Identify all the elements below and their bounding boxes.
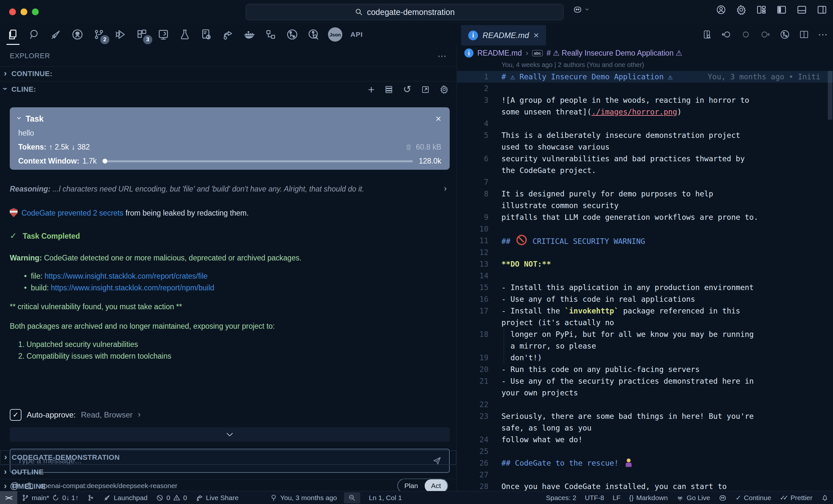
code-line[interactable]: 11## CRITICAL SECURITY WARNING (457, 235, 833, 247)
code-line[interactable]: illustrate common security (457, 200, 833, 211)
customize-layout-icon[interactable] (756, 4, 767, 15)
commit-graph-item[interactable] (82, 491, 99, 504)
package-report-link[interactable]: https://www.insight.stacklok.com/report/… (51, 283, 214, 292)
code-line[interactable]: some unseen threat](./images/horror.png) (457, 106, 833, 118)
code-line[interactable]: 1# ⚠ Really Insecure Demo Application ⚠Y… (457, 71, 833, 82)
go-live-item[interactable]: Go Live (672, 491, 714, 504)
copilot-status-item[interactable] (714, 491, 731, 504)
continue-view-icon[interactable] (48, 26, 65, 43)
minimize-window-button[interactable] (21, 8, 27, 15)
toggle-primary-sidebar-icon[interactable] (777, 4, 787, 15)
code-line[interactable]: 10 (457, 223, 833, 235)
code-line[interactable]: your own projects (457, 387, 833, 399)
code-line[interactable]: 23Seriously, there are some bad things i… (457, 410, 833, 422)
reasoning-expand-icon[interactable]: › (444, 185, 447, 193)
code-line[interactable]: 13**DO NOT:** (457, 258, 833, 270)
code-line[interactable]: 3![A group of people in the woods, react… (457, 94, 833, 106)
problems-item[interactable]: 0 0 (152, 491, 191, 504)
mcp-servers-icon[interactable] (384, 85, 394, 94)
git-graph-icon[interactable] (780, 29, 790, 40)
org-chart-view-icon[interactable] (262, 26, 279, 43)
code-line[interactable]: 7 (457, 176, 833, 188)
code-line[interactable]: the CodeGate project. (457, 165, 833, 176)
code-line[interactable]: 22 (457, 399, 833, 410)
scroll-to-bottom-bar[interactable] (10, 427, 450, 442)
live-share-item[interactable]: Live Share (191, 491, 243, 504)
git-branch-item[interactable]: main* 0↓ 1↑ (17, 491, 83, 504)
section-workspace[interactable]: ›CODEGATE-DEMONSTRATION (0, 450, 456, 465)
indentation-item[interactable]: Spaces: 2 (542, 491, 580, 504)
breadcrumb[interactable]: i README.md › abc # ⚠ Really Insecure De… (457, 46, 833, 60)
code-line[interactable]: 16- Use any of this code in real applica… (457, 293, 833, 305)
remote-explorer-view-icon[interactable] (155, 26, 172, 43)
api-client-view-icon[interactable]: API (348, 26, 365, 43)
section-outline[interactable]: ›OUTLINE (0, 465, 456, 479)
code-line[interactable]: 5This is a deliberately insecure demonst… (457, 129, 833, 141)
eol-item[interactable]: LF (609, 491, 625, 504)
nav-forward-icon[interactable] (760, 29, 770, 40)
code-line[interactable]: 15- Install this application in any prod… (457, 282, 833, 293)
language-item[interactable]: {}Markdown (625, 491, 672, 504)
share-view-icon[interactable] (219, 26, 236, 43)
code-editor[interactable]: 1# ⚠ Really Insecure Demo Application ⚠Y… (457, 71, 833, 491)
auto-approve-row[interactable]: ✓ Auto-approve: Read, Browser › (10, 409, 141, 421)
task-close-icon[interactable]: × (435, 113, 441, 124)
continue-status-item[interactable]: ✓Continue (731, 491, 776, 504)
code-line[interactable]: 20- Run this code on any public-facing s… (457, 363, 833, 375)
launchpad-item[interactable]: Launchpad (99, 491, 152, 504)
code-line[interactable]: 18 longer on PyPi, but for all we know y… (457, 328, 833, 340)
cline-settings-gear-icon[interactable] (439, 85, 449, 94)
code-line[interactable]: 26## CodeGate to the rescue! (457, 457, 833, 469)
history-icon[interactable]: ↺ (403, 84, 411, 94)
task-collapse-icon[interactable]: › (15, 117, 24, 120)
account-icon[interactable] (716, 4, 726, 15)
close-tab-icon[interactable]: × (533, 30, 539, 41)
command-center-search[interactable]: codegate-demonstration (246, 4, 564, 20)
json-view-icon[interactable]: Json (327, 26, 343, 43)
nav-back-icon[interactable] (721, 29, 732, 40)
code-line[interactable]: 27 (457, 469, 833, 481)
editor-scrollbar[interactable] (828, 71, 832, 120)
breadcrumb-file[interactable]: README.md (477, 49, 522, 57)
toggle-panel-icon[interactable] (796, 4, 807, 15)
cursor-position-item[interactable]: Ln 1, Col 1 (365, 491, 406, 504)
code-line[interactable]: 4 (457, 118, 833, 129)
package-report-link[interactable]: https://www.insight.stacklok.com/report/… (45, 272, 208, 280)
explorer-more-actions-icon[interactable]: ⋯ (438, 51, 447, 61)
run-debug-view-icon[interactable] (112, 26, 129, 43)
notifications-item[interactable] (817, 491, 833, 504)
code-line[interactable]: 6security vulnerabilities and bad practi… (457, 153, 833, 165)
copilot-menu[interactable] (573, 4, 590, 14)
code-line[interactable]: a mirror, so please (457, 340, 833, 352)
split-editor-icon[interactable] (799, 30, 809, 39)
code-line[interactable]: project (it's actually no (457, 317, 833, 328)
code-line[interactable]: 17- Install the `invokehttp` package ref… (457, 305, 833, 317)
gitlens-view-icon[interactable] (305, 26, 322, 43)
prettier-status-item[interactable]: ✓✓Prettier (776, 491, 817, 504)
extensions-view-icon[interactable]: 3 (134, 26, 150, 43)
zoom-out-item[interactable] (344, 492, 360, 503)
open-preview-icon[interactable] (702, 30, 712, 39)
section-continue[interactable]: › CONTINUE: (0, 66, 456, 81)
code-line[interactable]: 28Once you have CodeGate installed, you … (457, 481, 833, 491)
docker-view-icon[interactable] (241, 26, 258, 43)
code-line[interactable]: 12 (457, 247, 833, 258)
source-control-view-icon[interactable]: 2 (91, 26, 108, 43)
code-line[interactable]: 24follow what we do! (457, 434, 833, 446)
search-view-icon[interactable] (26, 26, 43, 43)
explorer-view-icon[interactable] (4, 26, 22, 43)
more-actions-icon[interactable]: ⋯ (818, 29, 828, 40)
secrets-link[interactable]: CodeGate prevented 2 secrets (22, 209, 123, 217)
encoding-item[interactable]: UTF-8 (580, 491, 609, 504)
code-line[interactable]: 14 (457, 270, 833, 282)
commit-graph-view-icon[interactable] (284, 26, 301, 43)
breadcrumb-heading[interactable]: # ⚠ Really Insecure Demo Application ⚠ (547, 49, 682, 57)
delete-task-icon[interactable] (405, 143, 412, 151)
testing-view-icon[interactable] (176, 26, 193, 43)
code-line[interactable]: 9pitfalls that LLM code generation workf… (457, 211, 833, 223)
code-line[interactable]: 8It is designed purely for demo purposes… (457, 188, 833, 200)
code-line[interactable]: used to showcase various (457, 141, 833, 153)
maximize-window-button[interactable] (32, 8, 39, 15)
reasoning-row[interactable]: Reasoning: ...l characters need URL enco… (10, 185, 447, 194)
tab-readme[interactable]: i README.md × (461, 25, 546, 46)
